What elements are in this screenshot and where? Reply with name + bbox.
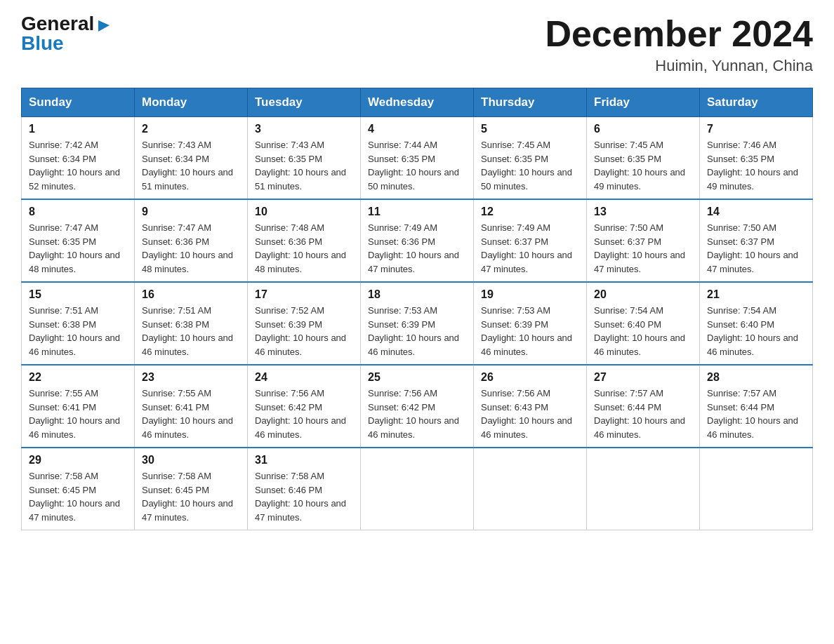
- day-info: Sunrise: 7:56 AM Sunset: 6:42 PM Dayligh…: [255, 387, 353, 441]
- day-number: 28: [707, 371, 805, 384]
- table-row: 22 Sunrise: 7:55 AM Sunset: 6:41 PM Dayl…: [22, 365, 135, 448]
- day-info: Sunrise: 7:55 AM Sunset: 6:41 PM Dayligh…: [29, 387, 127, 441]
- day-info: Sunrise: 7:57 AM Sunset: 6:44 PM Dayligh…: [707, 387, 805, 441]
- day-number: 22: [29, 371, 127, 384]
- day-number: 15: [29, 288, 127, 301]
- header-friday: Friday: [587, 88, 700, 117]
- day-number: 21: [707, 288, 805, 301]
- table-row: 31 Sunrise: 7:58 AM Sunset: 6:46 PM Dayl…: [248, 448, 361, 530]
- day-info: Sunrise: 7:56 AM Sunset: 6:43 PM Dayligh…: [481, 387, 579, 441]
- day-info: Sunrise: 7:44 AM Sunset: 6:35 PM Dayligh…: [368, 138, 466, 193]
- table-row: 23 Sunrise: 7:55 AM Sunset: 6:41 PM Dayl…: [135, 365, 248, 448]
- day-number: 3: [255, 123, 353, 135]
- table-row: 18 Sunrise: 7:53 AM Sunset: 6:39 PM Dayl…: [361, 282, 474, 365]
- table-row: 30 Sunrise: 7:58 AM Sunset: 6:45 PM Dayl…: [135, 448, 248, 530]
- table-row: 15 Sunrise: 7:51 AM Sunset: 6:38 PM Dayl…: [22, 282, 135, 365]
- day-info: Sunrise: 7:58 AM Sunset: 6:46 PM Dayligh…: [255, 469, 353, 524]
- calendar-week-2: 8 Sunrise: 7:47 AM Sunset: 6:35 PM Dayli…: [22, 199, 813, 282]
- day-number: 25: [368, 371, 466, 384]
- calendar-table: Sunday Monday Tuesday Wednesday Thursday…: [21, 88, 813, 530]
- table-row: 28 Sunrise: 7:57 AM Sunset: 6:44 PM Dayl…: [700, 365, 813, 448]
- table-row: 9 Sunrise: 7:47 AM Sunset: 6:36 PM Dayli…: [135, 199, 248, 282]
- day-number: 7: [707, 123, 805, 135]
- day-number: 17: [255, 288, 353, 301]
- day-number: 1: [29, 123, 127, 135]
- table-row: 25 Sunrise: 7:56 AM Sunset: 6:42 PM Dayl…: [361, 365, 474, 448]
- logo-blue-text: Blue: [21, 32, 64, 54]
- table-row: 11 Sunrise: 7:49 AM Sunset: 6:36 PM Dayl…: [361, 199, 474, 282]
- title-block: December 2024 Huimin, Yunnan, China: [545, 14, 813, 75]
- table-row: 17 Sunrise: 7:52 AM Sunset: 6:39 PM Dayl…: [248, 282, 361, 365]
- logo: General Blue: [21, 14, 111, 53]
- day-info: Sunrise: 7:51 AM Sunset: 6:38 PM Dayligh…: [29, 304, 127, 358]
- month-title: December 2024: [545, 14, 813, 54]
- weekday-header-row: Sunday Monday Tuesday Wednesday Thursday…: [22, 88, 813, 117]
- day-number: 31: [255, 454, 353, 467]
- table-row: 3 Sunrise: 7:43 AM Sunset: 6:35 PM Dayli…: [248, 117, 361, 200]
- table-row: 27 Sunrise: 7:57 AM Sunset: 6:44 PM Dayl…: [587, 365, 700, 448]
- day-number: 9: [142, 206, 240, 218]
- day-info: Sunrise: 7:58 AM Sunset: 6:45 PM Dayligh…: [142, 469, 240, 524]
- header-wednesday: Wednesday: [361, 88, 474, 117]
- day-info: Sunrise: 7:45 AM Sunset: 6:35 PM Dayligh…: [594, 138, 692, 193]
- header-thursday: Thursday: [474, 88, 587, 117]
- header-tuesday: Tuesday: [248, 88, 361, 117]
- day-number: 5: [481, 123, 579, 135]
- table-row: [474, 448, 587, 530]
- table-row: 19 Sunrise: 7:53 AM Sunset: 6:39 PM Dayl…: [474, 282, 587, 365]
- day-info: Sunrise: 7:42 AM Sunset: 6:34 PM Dayligh…: [29, 138, 127, 193]
- day-number: 26: [481, 371, 579, 384]
- table-row: 6 Sunrise: 7:45 AM Sunset: 6:35 PM Dayli…: [587, 117, 700, 200]
- day-info: Sunrise: 7:57 AM Sunset: 6:44 PM Dayligh…: [594, 387, 692, 441]
- day-info: Sunrise: 7:49 AM Sunset: 6:36 PM Dayligh…: [368, 221, 466, 276]
- day-number: 11: [368, 206, 466, 218]
- table-row: 2 Sunrise: 7:43 AM Sunset: 6:34 PM Dayli…: [135, 117, 248, 200]
- table-row: 8 Sunrise: 7:47 AM Sunset: 6:35 PM Dayli…: [22, 199, 135, 282]
- day-info: Sunrise: 7:58 AM Sunset: 6:45 PM Dayligh…: [29, 469, 127, 524]
- day-number: 29: [29, 454, 127, 467]
- table-row: 20 Sunrise: 7:54 AM Sunset: 6:40 PM Dayl…: [587, 282, 700, 365]
- table-row: 16 Sunrise: 7:51 AM Sunset: 6:38 PM Dayl…: [135, 282, 248, 365]
- day-number: 18: [368, 288, 466, 301]
- day-number: 23: [142, 371, 240, 384]
- day-number: 19: [481, 288, 579, 301]
- day-info: Sunrise: 7:54 AM Sunset: 6:40 PM Dayligh…: [594, 304, 692, 358]
- table-row: 26 Sunrise: 7:56 AM Sunset: 6:43 PM Dayl…: [474, 365, 587, 448]
- day-info: Sunrise: 7:53 AM Sunset: 6:39 PM Dayligh…: [481, 304, 579, 358]
- day-info: Sunrise: 7:47 AM Sunset: 6:36 PM Dayligh…: [142, 221, 240, 276]
- table-row: [700, 448, 813, 530]
- table-row: 4 Sunrise: 7:44 AM Sunset: 6:35 PM Dayli…: [361, 117, 474, 200]
- calendar-week-5: 29 Sunrise: 7:58 AM Sunset: 6:45 PM Dayl…: [22, 448, 813, 530]
- day-number: 16: [142, 288, 240, 301]
- table-row: 1 Sunrise: 7:42 AM Sunset: 6:34 PM Dayli…: [22, 117, 135, 200]
- day-info: Sunrise: 7:53 AM Sunset: 6:39 PM Dayligh…: [368, 304, 466, 358]
- table-row: 21 Sunrise: 7:54 AM Sunset: 6:40 PM Dayl…: [700, 282, 813, 365]
- day-number: 27: [594, 371, 692, 384]
- table-row: 10 Sunrise: 7:48 AM Sunset: 6:36 PM Dayl…: [248, 199, 361, 282]
- day-info: Sunrise: 7:48 AM Sunset: 6:36 PM Dayligh…: [255, 221, 353, 276]
- day-number: 30: [142, 454, 240, 467]
- calendar-week-3: 15 Sunrise: 7:51 AM Sunset: 6:38 PM Dayl…: [22, 282, 813, 365]
- day-info: Sunrise: 7:43 AM Sunset: 6:35 PM Dayligh…: [255, 138, 353, 193]
- table-row: 7 Sunrise: 7:46 AM Sunset: 6:35 PM Dayli…: [700, 117, 813, 200]
- calendar-week-4: 22 Sunrise: 7:55 AM Sunset: 6:41 PM Dayl…: [22, 365, 813, 448]
- calendar-week-1: 1 Sunrise: 7:42 AM Sunset: 6:34 PM Dayli…: [22, 117, 813, 200]
- page-header: General Blue December 2024 Huimin, Yunna…: [21, 14, 813, 75]
- table-row: 29 Sunrise: 7:58 AM Sunset: 6:45 PM Dayl…: [22, 448, 135, 530]
- day-number: 4: [368, 123, 466, 135]
- day-info: Sunrise: 7:56 AM Sunset: 6:42 PM Dayligh…: [368, 387, 466, 441]
- table-row: [361, 448, 474, 530]
- day-info: Sunrise: 7:50 AM Sunset: 6:37 PM Dayligh…: [707, 221, 805, 276]
- day-number: 2: [142, 123, 240, 135]
- table-row: 24 Sunrise: 7:56 AM Sunset: 6:42 PM Dayl…: [248, 365, 361, 448]
- day-info: Sunrise: 7:45 AM Sunset: 6:35 PM Dayligh…: [481, 138, 579, 193]
- day-info: Sunrise: 7:51 AM Sunset: 6:38 PM Dayligh…: [142, 304, 240, 358]
- day-number: 8: [29, 206, 127, 218]
- day-info: Sunrise: 7:52 AM Sunset: 6:39 PM Dayligh…: [255, 304, 353, 358]
- day-info: Sunrise: 7:47 AM Sunset: 6:35 PM Dayligh…: [29, 221, 127, 276]
- table-row: 12 Sunrise: 7:49 AM Sunset: 6:37 PM Dayl…: [474, 199, 587, 282]
- logo-general-text: General: [21, 14, 111, 34]
- location: Huimin, Yunnan, China: [545, 57, 813, 75]
- table-row: 5 Sunrise: 7:45 AM Sunset: 6:35 PM Dayli…: [474, 117, 587, 200]
- day-info: Sunrise: 7:46 AM Sunset: 6:35 PM Dayligh…: [707, 138, 805, 193]
